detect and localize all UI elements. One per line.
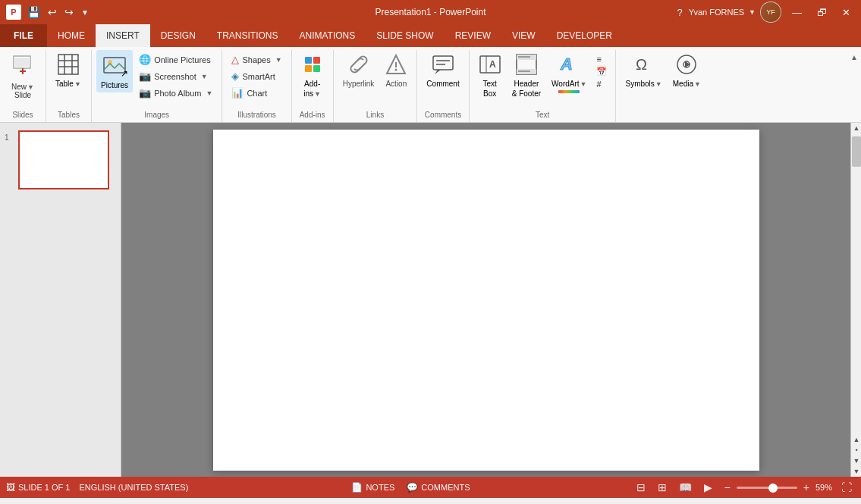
tab-file[interactable]: FILE [0,24,47,47]
scroll-center-slide[interactable]: • [851,445,861,455]
text-box-icon: A [479,53,501,78]
slide-thumb-image[interactable] [18,130,109,189]
svg-text:A: A [560,55,573,74]
slide-sorter-button[interactable]: ⊞ [655,480,670,495]
title-bar: P 💾 ↩ ↪ ▼ Presentation1 - PowerPoint ? Y… [0,0,861,24]
zoom-slider[interactable] [737,487,797,489]
status-bar: 🖼 SLIDE 1 OF 1 ENGLISH (UNITED STATES) 📄… [0,477,861,498]
tab-animations[interactable]: ANIMATIONS [288,24,366,47]
smartart-button[interactable]: ◈ SmartArt [227,68,286,84]
scroll-down-button[interactable]: ▼ [851,466,861,477]
slide-info-text: SLIDE 1 OF 1 [18,483,70,492]
table-label: Table [55,80,74,88]
wordart-button[interactable]: A A WordArt ▼ [547,50,591,96]
chart-button[interactable]: 📊 Chart [227,85,286,101]
tab-view[interactable]: VIEW [501,24,546,47]
tab-design[interactable]: DESIGN [150,24,206,47]
text-group-label: Text [474,108,611,122]
ribbon-group-tables: Table ▼ Tables [46,50,92,122]
presentation-button[interactable]: ▶ [701,480,715,495]
new-slide-button[interactable]: New ▼ Slide [5,50,41,101]
restore-button[interactable]: 🗗 [812,5,831,20]
tab-transitions[interactable]: TRANSITIONS [206,24,289,47]
media-button[interactable]: Media ▼ [668,50,705,91]
text-more-button[interactable]: ≡ [594,53,609,65]
save-button[interactable]: 💾 [24,5,43,20]
normal-view-button[interactable]: ⊟ [633,480,649,495]
scroll-track[interactable] [851,133,861,434]
online-pictures-button[interactable]: 🌐 Online Pictures [134,52,217,67]
reading-view-button[interactable]: 📖 [676,480,695,495]
text-omega-button[interactable]: 📅 [594,65,609,78]
redo-button[interactable]: ↪ [61,5,77,20]
scroll-up-button[interactable]: ▲ [851,123,861,133]
pictures-button[interactable]: Pictures ↗ [96,50,133,92]
tab-developer[interactable]: DEVELOPER [546,24,623,47]
customize-button[interactable]: ▼ [78,7,92,18]
text-box-button[interactable]: A Text Box [474,50,506,101]
new-slide-label: New [11,83,27,91]
hyperlink-label: Hyperlink [343,80,375,88]
tab-slideshow[interactable]: SLIDE SHOW [366,24,444,47]
slide-canvas[interactable] [121,123,850,477]
addins-button[interactable]: Add- ins ▼ [297,50,328,101]
media-label: Media [673,80,693,88]
addins-arrow[interactable]: ▼ [314,90,321,98]
status-right: ⊟ ⊞ 📖 ▶ − + 59% ⛶ [633,480,855,495]
wordart-label: WordArt [551,80,580,88]
comment-button[interactable]: Comment [422,50,463,91]
wordart-arrow[interactable]: ▼ [580,80,587,88]
svg-marker-35 [685,61,690,67]
ppt-icon: P [6,5,21,20]
slide-num-icon: # [596,80,601,89]
zoom-in-button[interactable]: + [800,480,812,495]
action-button[interactable]: Action [380,50,412,91]
new-slide-arrow[interactable]: ▼ [27,83,34,91]
scroll-thumb[interactable] [852,136,861,167]
symbols-button[interactable]: Ω Symbols ▼ [621,50,666,91]
text-extra-button[interactable]: # [594,78,609,90]
tab-home[interactable]: HOME [47,24,96,47]
photo-album-arrow[interactable]: ▼ [206,89,213,97]
hyperlink-button[interactable]: Hyperlink [338,50,379,91]
notes-button[interactable]: 📄 NOTES [347,481,399,494]
zoom-out-button[interactable]: − [721,480,734,495]
ribbon-collapse[interactable]: ▲ [847,50,861,122]
screenshot-arrow[interactable]: ▼ [201,73,208,80]
photo-album-button[interactable]: 📷 Photo Album ▼ [134,85,217,101]
symbols-arrow[interactable]: ▼ [655,80,662,88]
media-arrow[interactable]: ▼ [694,80,701,88]
scroll-next-slide[interactable]: ▼ [851,455,861,466]
illustrations-sub-group: △ Shapes ▼ ◈ SmartArt 📊 Chart [227,50,286,101]
user-dropdown[interactable]: ▼ [749,8,756,16]
shapes-button[interactable]: △ Shapes ▼ [227,52,286,67]
close-button[interactable]: ✕ [837,5,855,20]
language-info: ENGLISH (UNITED STATES) [79,483,188,492]
wordart-icon: A A [558,53,580,78]
undo-button[interactable]: ↩ [45,5,60,20]
fit-slide-button[interactable]: ⛶ [838,480,855,495]
action-icon [385,53,407,78]
table-button[interactable]: Table ▼ [51,50,86,91]
screenshot-button[interactable]: 📷 Screenshot ▼ [134,68,217,84]
minimize-button[interactable]: — [787,5,806,20]
tab-review[interactable]: REVIEW [445,24,501,47]
header-footer-button[interactable]: Header & Footer [507,50,545,101]
cursor-icon: ↗ [121,68,128,79]
comments-status-icon: 💬 [407,482,418,493]
slide-thumbnail-1[interactable]: 1 [3,129,118,191]
svg-rect-12 [313,57,320,64]
tab-insert[interactable]: INSERT [96,24,150,47]
actual-slide[interactable] [213,130,759,471]
comments-status-button[interactable]: 💬 COMMENTS [402,481,474,494]
shapes-arrow[interactable]: ▼ [275,56,282,64]
undo-redo-group: 💾 ↩ ↪ ▼ [24,5,92,20]
svg-point-17 [395,69,398,71]
user-avatar: YF [760,2,781,23]
scroll-prev-slide[interactable]: ▲ [851,434,861,445]
links-group-label: Links [338,108,413,122]
vertical-scrollbar[interactable]: ▲ ▲ • ▼ ▼ [850,123,861,477]
zoom-slider-thumb[interactable] [768,484,778,493]
help-button[interactable]: ? [677,7,682,18]
table-arrow[interactable]: ▼ [74,80,81,88]
